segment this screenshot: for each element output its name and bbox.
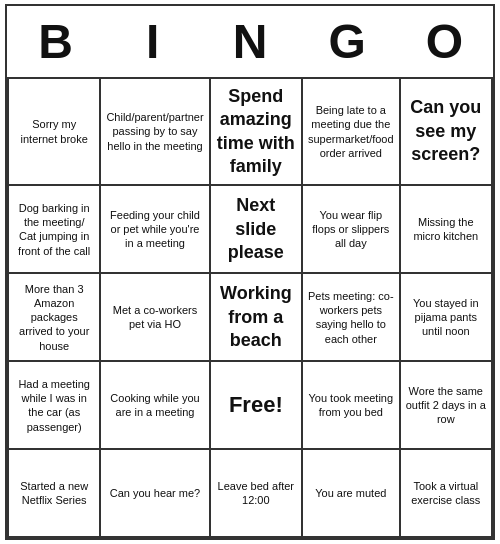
letter-b: B: [11, 14, 101, 69]
bingo-card: B I N G O Sorry my internet brokeChild/p…: [5, 4, 495, 541]
bingo-cell-12[interactable]: Working from a beach: [211, 274, 303, 362]
bingo-cell-17[interactable]: Free!: [211, 362, 303, 450]
letter-g: G: [302, 14, 392, 69]
bingo-cell-20[interactable]: Started a new Netflix Series: [9, 450, 101, 538]
bingo-cell-8[interactable]: You wear flip flops or slippers all day: [303, 186, 401, 274]
bingo-cell-18[interactable]: You took meeting from you bed: [303, 362, 401, 450]
bingo-cell-23[interactable]: You are muted: [303, 450, 401, 538]
bingo-cell-6[interactable]: Feeding your child or pet while you're i…: [101, 186, 210, 274]
bingo-title: B I N G O: [7, 6, 493, 79]
bingo-cell-9[interactable]: Missing the micro kitchen: [401, 186, 493, 274]
bingo-cell-14[interactable]: You stayed in pijama pants until noon: [401, 274, 493, 362]
bingo-cell-21[interactable]: Can you hear me?: [101, 450, 210, 538]
bingo-cell-7[interactable]: Next slide please: [211, 186, 303, 274]
bingo-cell-19[interactable]: Wore the same outfit 2 days in a row: [401, 362, 493, 450]
bingo-cell-4[interactable]: Can you see my screen?: [401, 79, 493, 187]
bingo-grid: Sorry my internet brokeChild/parent/part…: [7, 79, 493, 539]
bingo-cell-5[interactable]: Dog barking in the meeting/ Cat jumping …: [9, 186, 101, 274]
bingo-cell-3[interactable]: Being late to a meeting due the supermar…: [303, 79, 401, 187]
bingo-cell-0[interactable]: Sorry my internet broke: [9, 79, 101, 187]
bingo-cell-11[interactable]: Met a co-workers pet via HO: [101, 274, 210, 362]
bingo-cell-10[interactable]: More than 3 Amazon packages arrived to y…: [9, 274, 101, 362]
bingo-cell-15[interactable]: Had a meeting while I was in the car (as…: [9, 362, 101, 450]
bingo-cell-13[interactable]: Pets meeting: co-workers pets saying hel…: [303, 274, 401, 362]
bingo-cell-2[interactable]: Spend amazing time with family: [211, 79, 303, 187]
bingo-cell-22[interactable]: Leave bed after 12:00: [211, 450, 303, 538]
bingo-cell-1[interactable]: Child/parent/partner passing by to say h…: [101, 79, 210, 187]
letter-i: I: [108, 14, 198, 69]
bingo-cell-24[interactable]: Took a virtual exercise class: [401, 450, 493, 538]
bingo-cell-16[interactable]: Cooking while you are in a meeting: [101, 362, 210, 450]
letter-n: N: [205, 14, 295, 69]
letter-o: O: [399, 14, 489, 69]
